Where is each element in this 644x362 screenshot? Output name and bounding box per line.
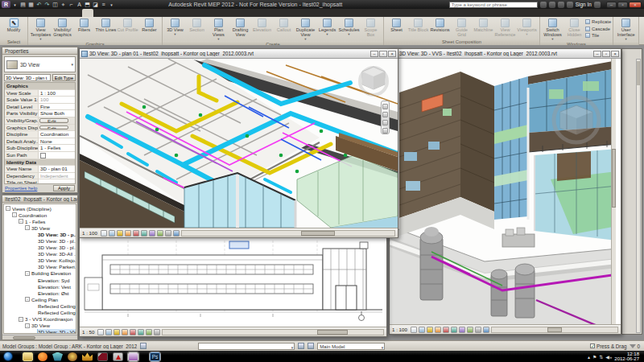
type-selector[interactable]: 3D View ▾ <box>4 56 76 72</box>
ribbon-button[interactable]: Visibility/ Graphics <box>52 18 73 38</box>
tree-expander-icon[interactable] <box>31 239 36 244</box>
taskbar-shield-app-icon[interactable] <box>52 352 63 361</box>
browser-tree-item[interactable]: -3D View <box>4 224 76 231</box>
navigation-bar[interactable] <box>381 101 390 134</box>
crop-view-icon[interactable] <box>133 230 139 237</box>
design-options-icon[interactable] <box>308 343 314 349</box>
temporary-hide-icon[interactable] <box>157 230 163 237</box>
ribbon-button[interactable]: Viewports <box>516 18 538 36</box>
ribbon-tab[interactable] <box>82 9 93 17</box>
ribbon-button[interactable]: Elevation <box>251 18 273 33</box>
worksets-icon[interactable] <box>140 343 147 349</box>
ribbon-button[interactable]: Close Hidden <box>564 18 585 41</box>
property-value[interactable]: Fine <box>39 104 75 110</box>
app-minimize-button[interactable]: – <box>606 2 617 8</box>
design-option-dropdown[interactable]: Main Model <box>317 343 385 350</box>
ribbon-tab[interactable] <box>93 9 105 17</box>
browser-tree-item[interactable]: 3D View: Parkeri... <box>4 264 76 270</box>
type-selector-arrow-icon[interactable]: ▾ <box>71 62 73 67</box>
view-close-button[interactable]: × <box>388 51 396 57</box>
view-minimize-button[interactable]: – <box>370 51 378 57</box>
view-window-title-bar[interactable]: 3D View: 3D - plan 01 - Itest02_ihopsatt… <box>80 49 398 59</box>
press-and-drag-toggle[interactable]: Press & Drag <box>590 343 626 349</box>
ribbon-tab[interactable] <box>60 9 71 17</box>
print-icon[interactable] <box>52 1 59 8</box>
center-view-horizontal-scrollbar[interactable] <box>181 230 395 237</box>
tree-expander-icon[interactable] <box>31 278 36 282</box>
property-value[interactable]: Show Both <box>39 110 75 117</box>
property-value[interactable]: 3D - plan 01 <box>39 166 75 172</box>
app-menu-arrow-icon[interactable] <box>11 1 19 8</box>
ribbon-tab[interactable] <box>48 9 60 17</box>
ribbon-button[interactable]: Render <box>138 18 160 33</box>
view-window-title-bar[interactable]: 3D View: 3D - VVS - Itest02_ihopsatt - K… <box>390 49 621 59</box>
browser-tree-item[interactable]: -1 - Felles <box>4 218 76 224</box>
show-crop-icon[interactable] <box>451 327 457 333</box>
tray-volume-icon[interactable]: ◀» <box>605 354 612 360</box>
show-crop-icon[interactable] <box>138 329 144 335</box>
selection-filter[interactable]: 0 <box>630 343 640 349</box>
tree-expander-icon[interactable]: - <box>19 317 23 322</box>
visual-style-icon[interactable] <box>109 230 115 237</box>
ribbon-tab[interactable] <box>37 9 48 17</box>
sun-path-icon[interactable] <box>114 329 120 335</box>
workset-dropdown[interactable] <box>198 343 295 350</box>
detail-level-icon[interactable] <box>101 230 107 237</box>
browser-horizontal-scrollbar[interactable] <box>2 335 77 339</box>
property-row[interactable]: Sub-Discipline1 - Felles <box>5 145 75 152</box>
tree-expander-icon[interactable] <box>31 245 36 250</box>
properties-header[interactable]: Properties <box>2 47 77 55</box>
reveal-hidden-icon[interactable] <box>475 327 481 333</box>
crop-view-icon[interactable] <box>443 327 449 333</box>
tree-expander-icon[interactable]: - <box>25 297 30 302</box>
taskbar-badge-app-icon[interactable] <box>68 352 77 361</box>
ribbon-button[interactable]: Switch Windows <box>542 18 564 41</box>
ribbon-tab[interactable] <box>138 9 150 17</box>
browser-tree-item[interactable]: 3D View: Kollisjo... <box>4 257 76 264</box>
ribbon-tab[interactable] <box>14 9 26 17</box>
ribbon-button[interactable]: 3D View <box>164 18 186 36</box>
ribbon-button[interactable]: Thin Lines <box>95 18 117 33</box>
crop-view-icon[interactable] <box>130 329 136 335</box>
browser-tree-item[interactable]: Elevation: Vest <box>4 283 76 290</box>
taskbar-photoshop-icon[interactable]: Ps <box>150 352 160 361</box>
ribbon-tab[interactable] <box>127 9 138 17</box>
visual-style-icon[interactable] <box>419 327 425 333</box>
tree-expander-icon[interactable]: - <box>19 219 23 224</box>
communication-icon[interactable] <box>558 2 564 8</box>
property-value[interactable]: Independent <box>39 173 75 179</box>
tree-expander-icon[interactable] <box>31 330 36 334</box>
shadows-icon[interactable] <box>122 329 128 335</box>
tree-expander-icon[interactable] <box>31 284 36 289</box>
browser-tree-item[interactable]: Elevation: Øst <box>4 290 76 296</box>
reveal-hidden-icon[interactable] <box>165 230 171 237</box>
redo-icon[interactable] <box>43 1 51 8</box>
sun-path-icon[interactable] <box>117 230 123 237</box>
view-minimize-button[interactable]: – <box>593 51 601 57</box>
ribbon-button[interactable]: Title Block <box>407 18 429 33</box>
browser-tree-item[interactable]: 3D View: 3D-All ... <box>4 251 76 257</box>
ribbon-button[interactable]: Scope Box <box>360 18 382 38</box>
tree-expander-icon[interactable]: - <box>25 323 30 328</box>
taskbar-crown-app-icon[interactable] <box>82 352 93 361</box>
property-row[interactable]: View Scale1 : 100 <box>5 90 75 97</box>
ribbon-small-button[interactable]: Tile <box>585 32 611 39</box>
subscription-icon[interactable] <box>549 2 555 8</box>
sun-path-icon[interactable] <box>427 327 433 333</box>
ribbon-button[interactable]: Revisions <box>429 18 451 33</box>
save-icon[interactable] <box>27 1 35 8</box>
property-row[interactable]: Visibility/Grap...Edit... <box>5 117 75 125</box>
help-icon[interactable] <box>594 2 601 8</box>
view-maximize-button[interactable]: ▫ <box>379 51 387 57</box>
background-window-edge[interactable] <box>621 48 642 335</box>
property-value[interactable]: None <box>39 138 75 145</box>
browser-tree-item[interactable]: 3D View: 3D - p... <box>4 231 76 237</box>
ribbon-tab[interactable] <box>26 9 37 17</box>
ribbon-button[interactable]: Callout <box>273 18 295 33</box>
measure-icon[interactable] <box>60 1 67 8</box>
property-value[interactable]: 1 : 100 <box>39 90 75 97</box>
property-value[interactable]: 100 <box>39 97 75 103</box>
tray-clock[interactable]: 12:18 2012-06-27 <box>614 352 641 362</box>
revit-logo-icon[interactable] <box>2 1 10 8</box>
ribbon-button[interactable]: Legends <box>316 18 338 36</box>
